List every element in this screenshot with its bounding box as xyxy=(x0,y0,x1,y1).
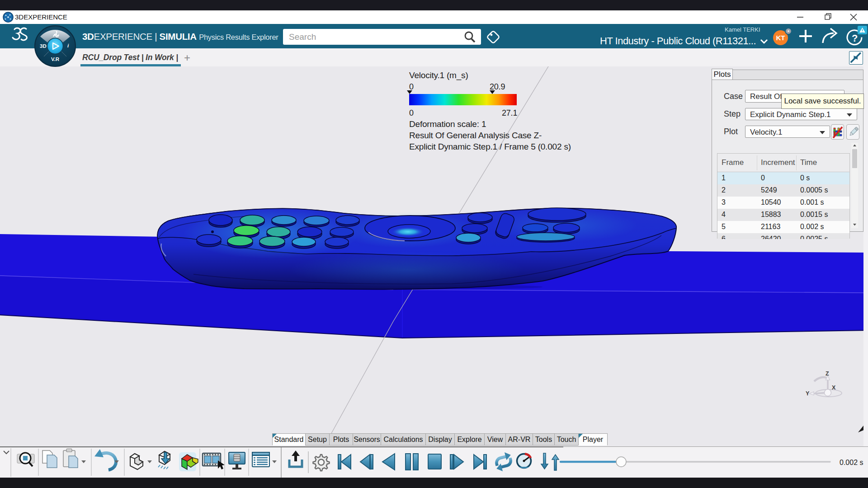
svg-text:X: X xyxy=(832,385,836,391)
svg-text:Y: Y xyxy=(806,390,810,397)
svg-text:Z: Z xyxy=(826,371,829,377)
svg-text:3D: 3D xyxy=(40,43,47,49)
svg-text:V.R: V.R xyxy=(51,56,60,62)
svg-text:?: ? xyxy=(852,33,858,44)
